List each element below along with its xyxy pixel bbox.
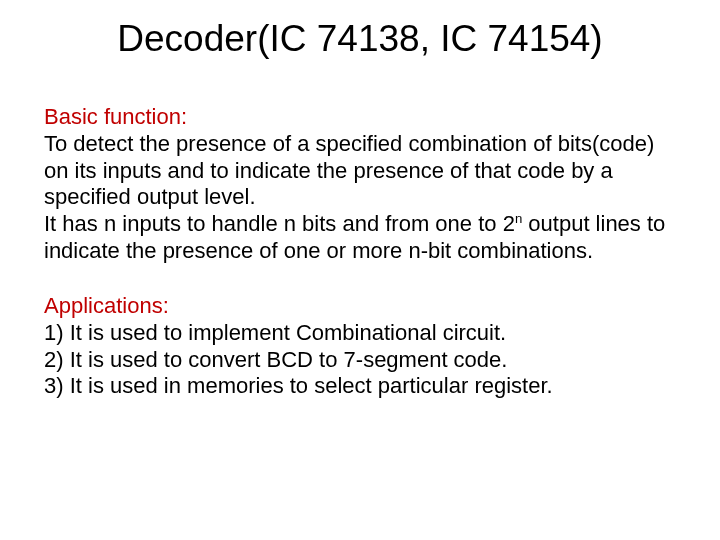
application-item-1: 1) It is used to implement Combinational… [44, 320, 676, 347]
basic-function-paragraph-2: It has n inputs to handle n bits and fro… [44, 211, 676, 265]
section-gap [44, 265, 676, 293]
slide: Decoder(IC 74138, IC 74154) Basic functi… [0, 0, 720, 540]
basic-function-heading: Basic function: [44, 104, 676, 131]
basic-p2-part-a: It has n inputs to handle n bits and fro… [44, 211, 515, 236]
application-item-3: 3) It is used in memories to select part… [44, 373, 676, 400]
applications-heading: Applications: [44, 293, 676, 320]
slide-body: Basic function: To detect the presence o… [44, 104, 676, 400]
basic-function-paragraph-1: To detect the presence of a specified co… [44, 131, 676, 211]
application-item-2: 2) It is used to convert BCD to 7-segmen… [44, 347, 676, 374]
slide-title: Decoder(IC 74138, IC 74154) [44, 18, 676, 60]
